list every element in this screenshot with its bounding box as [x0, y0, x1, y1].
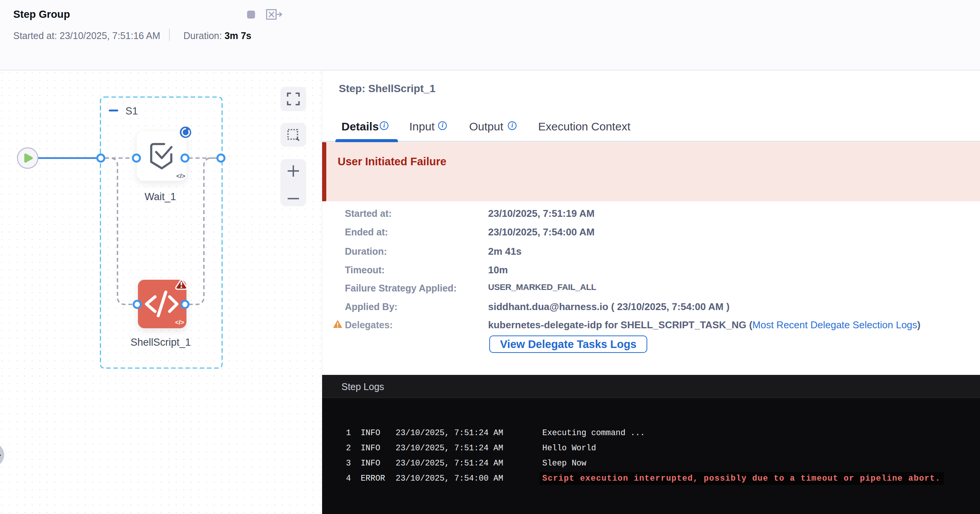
svg-text:</>: </> — [176, 172, 185, 179]
svg-text:</>: </> — [175, 319, 184, 326]
